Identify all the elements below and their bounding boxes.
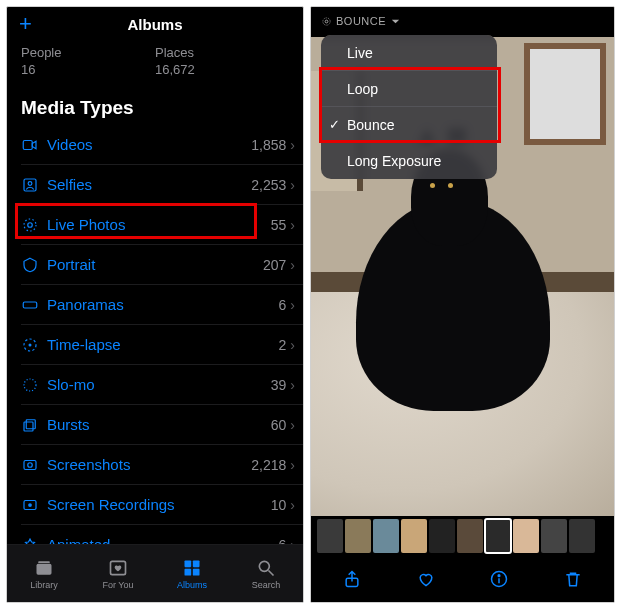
media-row-label: Time-lapse — [47, 336, 279, 353]
media-row-label: Selfies — [47, 176, 251, 193]
photo-viewer[interactable]: BOUNCE LiveLoop✓BounceLong Exposure — [311, 7, 614, 516]
slomo-icon — [21, 376, 47, 394]
effect-option-bounce[interactable]: ✓Bounce — [321, 107, 497, 143]
svg-rect-19 — [193, 560, 200, 567]
media-row-count: 1,858 — [251, 137, 286, 153]
chevron-right-icon: › — [290, 377, 295, 393]
media-row-label: Screen Recordings — [47, 496, 271, 513]
video-icon — [21, 136, 47, 154]
bursts-icon — [21, 416, 47, 434]
tab-albums-label: Albums — [177, 580, 207, 590]
media-row-screenshot[interactable]: Screenshots2,218› — [21, 445, 303, 485]
media-types-header: Media Types — [7, 87, 303, 125]
places-label: Places — [155, 45, 289, 60]
tab-search-label: Search — [252, 580, 281, 590]
thumbnail[interactable] — [541, 519, 567, 553]
svg-point-3 — [28, 222, 33, 227]
people-album[interactable]: People 16 — [21, 45, 155, 77]
thumbnail-strip[interactable] — [311, 516, 614, 556]
svg-rect-9 — [24, 422, 33, 431]
effect-option-loop[interactable]: Loop — [321, 71, 497, 107]
screenshot-icon — [21, 456, 47, 474]
thumbnail[interactable] — [401, 519, 427, 553]
chevron-down-icon — [390, 16, 401, 27]
share-button[interactable] — [332, 559, 372, 599]
tab-foryou[interactable]: For You — [81, 545, 155, 602]
people-label: People — [21, 45, 155, 60]
svg-point-24 — [325, 20, 328, 23]
svg-rect-5 — [23, 302, 37, 308]
thumbnail[interactable] — [569, 519, 595, 553]
svg-point-22 — [259, 561, 269, 571]
places-album[interactable]: Places 16,672 — [155, 45, 289, 77]
thumbnail[interactable] — [317, 519, 343, 553]
live-photo-effect-screen: BOUNCE LiveLoop✓BounceLong Exposure — [310, 6, 615, 603]
header: + Albums — [7, 7, 303, 41]
chevron-right-icon: › — [290, 457, 295, 473]
pano-icon — [21, 296, 47, 314]
svg-rect-15 — [37, 563, 52, 574]
portrait-icon — [21, 256, 47, 274]
svg-rect-10 — [26, 419, 35, 428]
thumbnail[interactable] — [373, 519, 399, 553]
effect-label-text: BOUNCE — [336, 15, 386, 27]
media-row-label: Portrait — [47, 256, 263, 273]
media-row-slomo[interactable]: Slo-mo39› — [21, 365, 303, 405]
thumbnail[interactable] — [345, 519, 371, 553]
albums-screen: + Albums People 16 Places 16,672 Media T… — [6, 6, 304, 603]
info-button[interactable] — [479, 559, 519, 599]
selfie-icon — [21, 176, 47, 194]
screenrec-icon — [21, 496, 47, 514]
thumbnail-selected[interactable] — [485, 519, 511, 553]
thumbnail[interactable] — [457, 519, 483, 553]
media-row-bursts[interactable]: Bursts60› — [21, 405, 303, 445]
effect-option-live[interactable]: Live — [321, 35, 497, 71]
media-row-label: Panoramas — [47, 296, 279, 313]
heart-icon — [416, 569, 436, 589]
effect-option-label: Bounce — [347, 117, 394, 133]
svg-rect-21 — [193, 568, 200, 575]
media-row-count: 207 — [263, 257, 286, 273]
search-icon — [255, 558, 277, 578]
albums-icon — [181, 558, 203, 578]
media-types-list: Videos1,858›Selfies2,253›Live Photos55›P… — [7, 125, 303, 565]
media-row-pano[interactable]: Panoramas6› — [21, 285, 303, 325]
media-row-video[interactable]: Videos1,858› — [21, 125, 303, 165]
media-row-portrait[interactable]: Portrait207› — [21, 245, 303, 285]
tab-search[interactable]: Search — [229, 545, 303, 602]
heart-square-icon — [107, 558, 129, 578]
action-bar — [311, 556, 614, 602]
thumbnail[interactable] — [429, 519, 455, 553]
effect-label-button[interactable]: BOUNCE — [321, 15, 401, 27]
add-button[interactable]: + — [19, 13, 32, 35]
tab-albums[interactable]: Albums — [155, 545, 229, 602]
favorite-button[interactable] — [406, 559, 446, 599]
timelapse-icon — [21, 336, 47, 354]
svg-rect-0 — [23, 140, 32, 149]
effect-option-label: Live — [347, 45, 373, 61]
svg-rect-11 — [24, 460, 36, 469]
delete-button[interactable] — [553, 559, 593, 599]
media-row-live[interactable]: Live Photos55› — [21, 205, 303, 245]
svg-point-2 — [28, 181, 32, 185]
media-row-count: 2,218 — [251, 457, 286, 473]
media-row-count: 6 — [279, 297, 287, 313]
media-row-timelapse[interactable]: Time-lapse2› — [21, 325, 303, 365]
svg-rect-18 — [185, 560, 192, 567]
media-row-selfie[interactable]: Selfies2,253› — [21, 165, 303, 205]
media-row-count: 39 — [271, 377, 287, 393]
effect-option-long-exposure[interactable]: Long Exposure — [321, 143, 497, 179]
album-summary: People 16 Places 16,672 — [7, 41, 303, 87]
media-row-count: 2 — [279, 337, 287, 353]
tab-library[interactable]: Library — [7, 545, 81, 602]
tab-library-label: Library — [30, 580, 58, 590]
svg-point-7 — [29, 343, 32, 346]
media-row-count: 55 — [271, 217, 287, 233]
svg-point-8 — [24, 379, 36, 391]
svg-point-12 — [28, 462, 33, 467]
media-row-screenrec[interactable]: Screen Recordings10› — [21, 485, 303, 525]
chevron-right-icon: › — [290, 297, 295, 313]
thumbnail[interactable] — [513, 519, 539, 553]
people-count: 16 — [21, 62, 155, 77]
media-row-label: Screenshots — [47, 456, 251, 473]
